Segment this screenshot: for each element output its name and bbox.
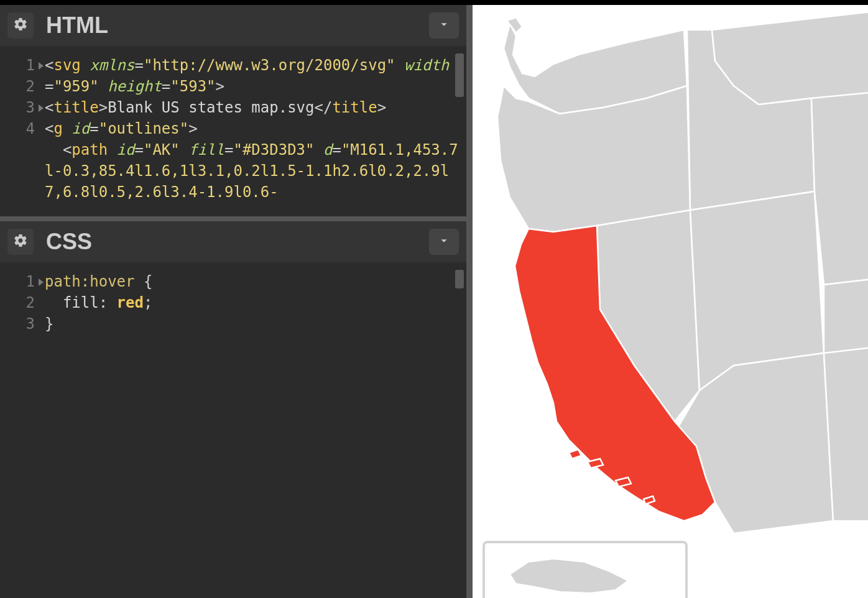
html-gutter: 1 2 3 4 — [0, 46, 40, 216]
state-wy[interactable] — [811, 92, 868, 285]
main-layout: HTML 1 2 3 4 <svg xmlns="http:/ — [0, 5, 868, 598]
fold-arrow-icon[interactable] — [39, 104, 44, 112]
css-editor[interactable]: 1 2 3 path:hover { fill: red; } — [0, 262, 466, 598]
fold-arrow-icon[interactable] — [39, 278, 44, 286]
chevron-down-icon — [437, 17, 451, 34]
editors-pane: HTML 1 2 3 4 <svg xmlns="http:/ — [0, 5, 473, 598]
html-panel: HTML 1 2 3 4 <svg xmlns="http:/ — [0, 5, 466, 221]
html-scrollbar[interactable] — [455, 53, 464, 209]
html-editor[interactable]: 1 2 3 4 <svg xmlns="http://www.w3.org/20… — [0, 46, 466, 216]
window-top-bar — [0, 0, 868, 5]
us-map-preview[interactable] — [473, 5, 868, 577]
gear-icon — [13, 17, 28, 34]
html-code-area[interactable]: <svg xmlns="http://www.w3.org/2000/svg" … — [40, 46, 466, 216]
state-ak-inset[interactable] — [510, 559, 628, 593]
line-number: 1 — [26, 57, 35, 74]
line-number: 3 — [26, 315, 35, 333]
line-number: 2 — [26, 294, 35, 311]
chevron-down-icon — [437, 234, 451, 250]
css-panel-title: CSS — [46, 229, 92, 255]
preview-pane — [473, 5, 868, 598]
html-panel-title: HTML — [46, 12, 108, 39]
gear-icon — [13, 233, 28, 251]
css-scrollbar[interactable] — [455, 270, 464, 591]
line-number: 4 — [26, 120, 35, 137]
css-settings-button[interactable] — [7, 229, 34, 255]
css-panel-header: CSS — [0, 221, 466, 262]
fold-arrow-icon[interactable] — [39, 62, 44, 70]
html-collapse-button[interactable] — [429, 12, 459, 39]
css-gutter: 1 2 3 — [0, 262, 40, 598]
alaska-inset-frame — [482, 541, 688, 598]
ca-island-1[interactable] — [569, 449, 581, 459]
line-number: 1 — [26, 273, 35, 290]
css-panel: CSS 1 2 3 path:hover { fill: red; } — [0, 221, 466, 598]
line-number: 3 — [26, 99, 35, 116]
html-settings-button[interactable] — [7, 12, 34, 39]
html-panel-header: HTML — [0, 5, 466, 46]
css-code-area[interactable]: path:hover { fill: red; } — [40, 262, 466, 598]
scrollbar-thumb[interactable] — [455, 53, 464, 97]
alaska-inset[interactable] — [485, 543, 684, 598]
line-number: 2 — [26, 78, 35, 95]
scrollbar-thumb[interactable] — [455, 270, 464, 288]
css-collapse-button[interactable] — [429, 229, 459, 255]
